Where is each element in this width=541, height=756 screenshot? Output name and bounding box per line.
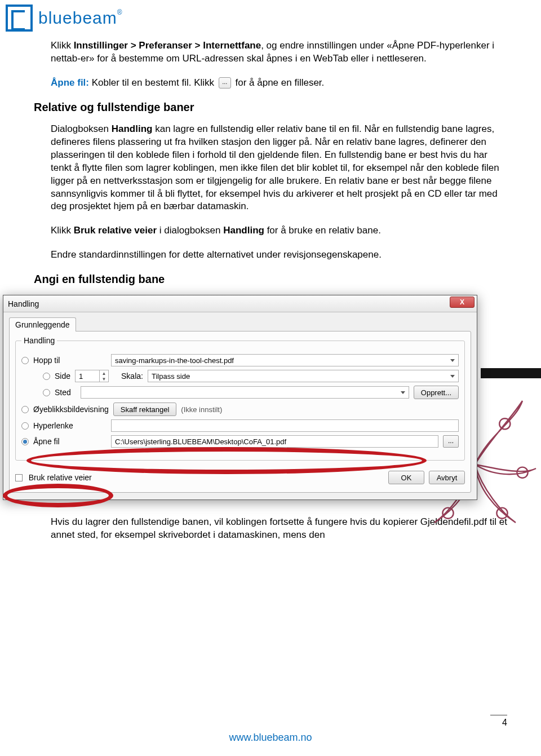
radio-place[interactable] [43, 389, 50, 396]
label-scale: Skala: [121, 372, 143, 381]
heading-set-full-path: Angi en fullstendig bane [34, 273, 507, 286]
not-set-text: (Ikke innstilt) [181, 405, 222, 414]
close-button[interactable]: X [450, 297, 475, 308]
hyperlink-input[interactable] [111, 419, 459, 432]
tab-basic[interactable]: Grunnleggende [9, 317, 76, 331]
get-rectangle-button[interactable]: Skaff rektangel [113, 403, 176, 416]
highlight-ring-file-path [26, 447, 427, 474]
bluebeam-logo-icon [6, 5, 33, 32]
paragraph-use-relative: Klikk Bruk relative veier i dialogboksen… [51, 224, 507, 237]
background-dark-bar [481, 368, 541, 378]
ok-button[interactable]: OK [388, 471, 424, 484]
radio-hyperlink[interactable] [21, 422, 29, 430]
use-relative-label: Bruk relative veier [29, 473, 92, 482]
create-button[interactable]: Opprett... [414, 386, 459, 399]
svg-point-1 [499, 418, 510, 429]
paragraph-open-file: Åpne fil: Kobler til en bestemt fil. Kli… [51, 77, 507, 90]
page-number: 4 [490, 715, 507, 728]
brand-header: bluebeam® [0, 0, 541, 34]
heading-relative-paths: Relative og fullstendige baner [34, 101, 507, 114]
cancel-button[interactable]: Avbryt [429, 471, 465, 484]
handling-group: Handling Hopp til saving-markups-in-the-… [15, 336, 465, 461]
place-select[interactable] [81, 386, 409, 399]
use-relative-checkbox-row[interactable]: Bruk relative veier [15, 472, 92, 483]
use-relative-checkbox[interactable] [15, 474, 23, 481]
label-place: Sted [55, 388, 76, 397]
svg-point-3 [517, 467, 527, 478]
label-open-file: Åpne fil [33, 437, 107, 446]
browse-icon-inline: ... [219, 77, 231, 89]
radio-snapshot[interactable] [21, 406, 29, 413]
label-jump-to: Hopp til [33, 356, 107, 365]
paragraph-settings-path: Klikk Innstillinger > Preferanser > Inte… [51, 39, 507, 65]
paragraph-after-dialog: Hvis du lagrer den fullstendige banen, v… [51, 516, 507, 542]
radio-jump-to[interactable] [21, 357, 29, 364]
jump-to-select[interactable]: saving-markups-in-the-tool-chest.pdf [111, 354, 459, 366]
radio-open-file[interactable] [21, 438, 29, 445]
radio-page[interactable] [43, 373, 50, 380]
label-hyperlink: Hyperlenke [33, 421, 107, 430]
dialog-title: Handling [8, 299, 39, 308]
paragraph-explain-paths: Dialogboksen Handling kan lagre en fulls… [51, 123, 507, 214]
dialog-titlebar: Handling X [3, 295, 477, 312]
label-page: Side [55, 372, 70, 381]
paragraph-default-setting: Endre standardinnstillingen for dette al… [51, 249, 507, 262]
page-spinner[interactable]: 1 ▲▼ [75, 370, 109, 382]
bluebeam-logo-text: bluebeam® [38, 8, 123, 28]
scale-select[interactable]: Tilpass side [148, 370, 459, 382]
file-path-input[interactable]: C:\Users\jsterling.BLUEBEAM\Desktop\CoFA… [111, 435, 438, 448]
browse-button[interactable]: ... [443, 435, 459, 448]
footer-url: www.bluebeam.no [0, 732, 541, 744]
label-snapshot: Øyeblikksbildevisning [33, 405, 109, 414]
highlight-ring-relative [3, 484, 113, 507]
group-legend: Handling [21, 336, 57, 345]
